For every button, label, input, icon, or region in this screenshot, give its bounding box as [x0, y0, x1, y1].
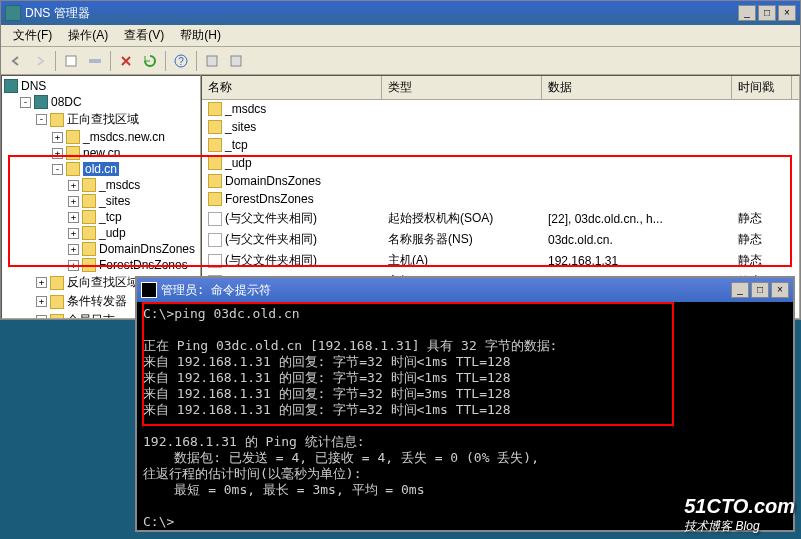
help-button[interactable]: ? — [170, 50, 192, 72]
tree-zone[interactable]: +new.cn — [52, 145, 198, 161]
tree-zone[interactable]: +_msdcs.new.cn — [52, 129, 198, 145]
list-row[interactable]: ForestDnsZones — [202, 190, 799, 208]
refresh-button[interactable] — [139, 50, 161, 72]
menu-help[interactable]: 帮助(H) — [172, 25, 229, 46]
tree-root[interactable]: DNS — [4, 78, 198, 94]
list-row[interactable]: (与父文件夹相同)名称服务器(NS)03dc.old.cn.静态 — [202, 229, 799, 250]
minimize-button[interactable]: _ — [738, 5, 756, 21]
new-button[interactable] — [60, 50, 82, 72]
file-icon — [208, 254, 222, 268]
toolbar: ? — [1, 47, 800, 75]
tree-zone-selected[interactable]: -old.cn — [52, 161, 198, 177]
list-row[interactable]: (与父文件夹相同)起始授权机构(SOA)[22], 03dc.old.cn., … — [202, 208, 799, 229]
col-name[interactable]: 名称 — [202, 76, 382, 99]
col-time[interactable]: 时间戳 — [732, 76, 792, 99]
tree-server[interactable]: -08DC — [20, 94, 198, 110]
menu-file[interactable]: 文件(F) — [5, 25, 60, 46]
svg-rect-4 — [207, 56, 217, 66]
list-row[interactable]: _sites — [202, 118, 799, 136]
tree-forward-zone[interactable]: -正向查找区域 — [36, 110, 198, 129]
list-row[interactable]: _tcp — [202, 136, 799, 154]
dns-manager-window: DNS 管理器 _ □ × 文件(F) 操作(A) 查看(V) 帮助(H) ? … — [0, 0, 801, 320]
cmd-title: 管理员: 命令提示符 — [161, 282, 731, 299]
dns-icon — [5, 5, 21, 21]
file-icon — [208, 212, 222, 226]
tree-sub[interactable]: +_sites — [68, 193, 198, 209]
folder-icon — [208, 102, 222, 116]
close-button[interactable]: × — [778, 5, 796, 21]
tree-sub[interactable]: +DomainDnsZones — [68, 241, 198, 257]
col-type[interactable]: 类型 — [382, 76, 542, 99]
tree-sub[interactable]: +_udp — [68, 225, 198, 241]
cmd-window: 管理员: 命令提示符 _ □ × C:\>ping 03dc.old.cn 正在… — [135, 276, 795, 532]
delete-button[interactable] — [115, 50, 137, 72]
list-row[interactable]: DomainDnsZones — [202, 172, 799, 190]
folder-icon — [208, 174, 222, 188]
window-title: DNS 管理器 — [25, 5, 738, 22]
cmd-close-button[interactable]: × — [771, 282, 789, 298]
svg-rect-0 — [66, 56, 76, 66]
forward-button[interactable] — [29, 50, 51, 72]
window-buttons: _ □ × — [738, 5, 796, 21]
cmd-titlebar: 管理员: 命令提示符 _ □ × — [137, 278, 793, 302]
show-hide-button[interactable] — [84, 50, 106, 72]
menubar: 文件(F) 操作(A) 查看(V) 帮助(H) — [1, 25, 800, 47]
list-row[interactable]: _msdcs — [202, 100, 799, 118]
back-button[interactable] — [5, 50, 27, 72]
list-row[interactable]: _udp — [202, 154, 799, 172]
list-row[interactable]: (与父文件夹相同)主机(A)192.168.1.31静态 — [202, 250, 799, 271]
maximize-button[interactable]: □ — [758, 5, 776, 21]
svg-text:?: ? — [178, 56, 184, 67]
titlebar: DNS 管理器 _ □ × — [1, 1, 800, 25]
menu-action[interactable]: 操作(A) — [60, 25, 116, 46]
file-icon — [208, 233, 222, 247]
svg-rect-1 — [89, 59, 101, 63]
list-header: 名称 类型 数据 时间戳 — [202, 76, 799, 100]
cmd-maximize-button[interactable]: □ — [751, 282, 769, 298]
folder-icon — [208, 120, 222, 134]
folder-icon — [208, 192, 222, 206]
tree-sub[interactable]: +ForestDnsZones — [68, 257, 198, 273]
cmd-body[interactable]: C:\>ping 03dc.old.cn 正在 Ping 03dc.old.cn… — [137, 302, 793, 534]
action2-button[interactable] — [225, 50, 247, 72]
cmd-icon — [141, 282, 157, 298]
folder-icon — [208, 156, 222, 170]
tree-sub[interactable]: +_msdcs — [68, 177, 198, 193]
menu-view[interactable]: 查看(V) — [116, 25, 172, 46]
col-data[interactable]: 数据 — [542, 76, 732, 99]
action1-button[interactable] — [201, 50, 223, 72]
tree-sub[interactable]: +_tcp — [68, 209, 198, 225]
folder-icon — [208, 138, 222, 152]
svg-rect-5 — [231, 56, 241, 66]
cmd-minimize-button[interactable]: _ — [731, 282, 749, 298]
